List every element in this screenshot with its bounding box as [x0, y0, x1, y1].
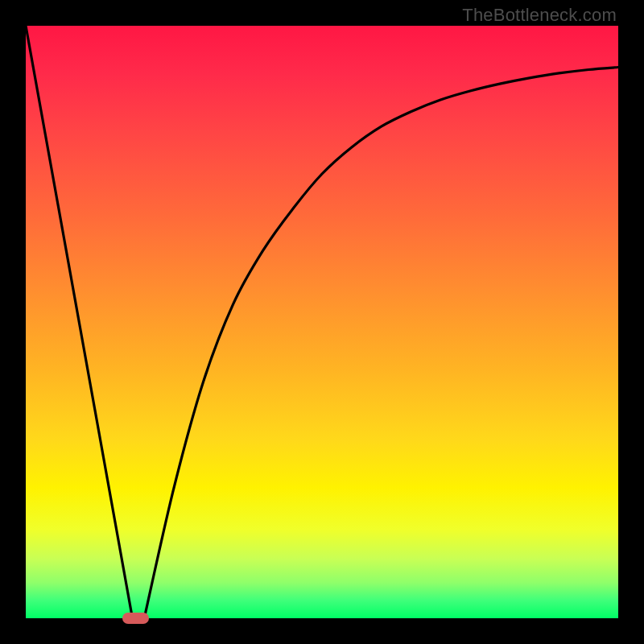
curve-layer [26, 26, 618, 618]
curve-left [26, 26, 133, 618]
chart-frame: TheBottleneck.com [0, 0, 644, 644]
bottleneck-marker [122, 613, 149, 624]
plot-area [26, 26, 618, 618]
curve-right [144, 68, 618, 619]
watermark-text: TheBottleneck.com [462, 5, 617, 26]
